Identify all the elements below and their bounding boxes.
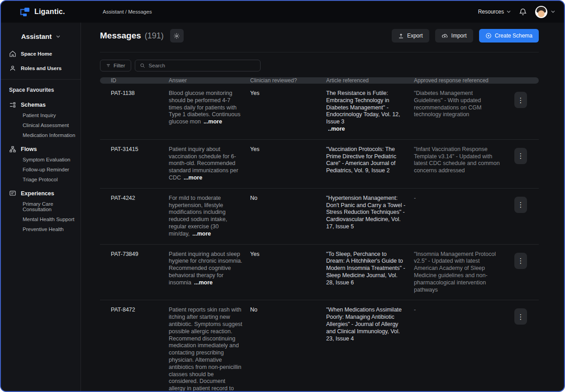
settings-button[interactable] bbox=[170, 29, 184, 43]
row-article: "Vaccination Protocols: The Prime Direct… bbox=[326, 146, 414, 182]
row-reviewed: Yes bbox=[250, 251, 326, 294]
more-link[interactable]: ..more bbox=[326, 126, 407, 133]
more-link[interactable]: ...more bbox=[184, 175, 202, 181]
app-window: Ligantic. Assistant / Messages Resources bbox=[0, 0, 565, 392]
schemas-icon bbox=[9, 101, 16, 109]
ellipsis-vertical-icon: ⋮ bbox=[518, 152, 524, 160]
home-icon bbox=[9, 50, 16, 57]
avatar[interactable] bbox=[535, 6, 547, 18]
row-article: "To Sleep, Perchance to Dream: A Hitchhi… bbox=[326, 251, 414, 294]
row-approved: - bbox=[414, 195, 510, 238]
user-menu[interactable] bbox=[535, 6, 555, 18]
create-schema-button[interactable]: Create Schema bbox=[479, 29, 539, 43]
row-article: "When Medications Assimilate Poorly: Man… bbox=[326, 307, 414, 392]
table-row: PAT-31415 Patient inquiry about vaccinat… bbox=[100, 140, 539, 189]
sidebar-item-medication-information[interactable]: Medication Information bbox=[1, 130, 81, 140]
sidebar-item-label: Space Home bbox=[21, 51, 52, 57]
row-actions-button[interactable]: ⋮ bbox=[514, 92, 527, 108]
ellipsis-vertical-icon: ⋮ bbox=[518, 313, 524, 321]
table-header: ID Answer Clinician reviewed? Article re… bbox=[100, 77, 539, 84]
sidebar-item-mental-health-support[interactable]: Mental Health Support bbox=[1, 214, 81, 224]
sidebar-item-patient-inquiry[interactable]: Patient Inquiry bbox=[1, 110, 81, 120]
column-header-id: ID bbox=[111, 77, 169, 84]
filter-button[interactable]: Filter bbox=[100, 60, 131, 71]
import-cloud-icon bbox=[442, 33, 448, 39]
table-row: PAT-8472 Patient reports skin rash with … bbox=[100, 300, 539, 392]
row-reviewed: No bbox=[250, 307, 326, 392]
breadcrumb[interactable]: Assistant / Messages bbox=[103, 9, 152, 14]
section-label: Flows bbox=[21, 146, 37, 152]
sidebar-item-space-home[interactable]: Space Home bbox=[1, 47, 81, 61]
more-link[interactable]: ...more bbox=[192, 231, 211, 237]
search-box[interactable] bbox=[135, 60, 261, 71]
row-actions-button[interactable]: ⋮ bbox=[514, 197, 527, 213]
section-label: Experiences bbox=[21, 190, 54, 197]
column-header-answer: Answer bbox=[169, 77, 250, 84]
export-icon bbox=[398, 33, 404, 39]
logo[interactable]: Ligantic. bbox=[19, 6, 65, 18]
notifications-bell-icon[interactable] bbox=[519, 8, 527, 16]
row-article: The Resistance is Futile: Embracing Tech… bbox=[326, 90, 414, 133]
row-answer: For mild to moderate hypertension, lifes… bbox=[169, 195, 250, 238]
more-link[interactable]: ...more bbox=[194, 279, 213, 286]
row-approved: - bbox=[414, 307, 510, 392]
more-link[interactable]: ...more bbox=[204, 118, 222, 125]
table-row: PAT-1138 Blood glucose monitoring should… bbox=[100, 84, 539, 140]
row-reviewed: Yes bbox=[250, 146, 326, 182]
sidebar-item-primary-care-consultation[interactable]: Primary Care Consultation bbox=[1, 199, 81, 214]
sidebar-section-schemas[interactable]: Schemas bbox=[1, 96, 81, 110]
sidebar-item-clinical-assessment[interactable]: Clinical Assessment bbox=[1, 120, 81, 130]
chevron-down-icon bbox=[507, 10, 511, 13]
space-switcher[interactable]: Assistant bbox=[1, 29, 81, 47]
row-actions-button[interactable]: ⋮ bbox=[514, 308, 527, 325]
main-content: Messages (191) bbox=[81, 23, 564, 392]
row-id: PAT-31415 bbox=[111, 146, 169, 182]
table-row: PAT-73849 Patient inquiring about sleep … bbox=[100, 245, 539, 301]
search-icon bbox=[140, 63, 145, 68]
sidebar-item-symptom-evaluation[interactable]: Symptom Evaluation bbox=[1, 155, 81, 165]
row-id: PAT-8472 bbox=[111, 307, 169, 392]
sidebar-item-follow-up-reminder[interactable]: Follow-up Reminder bbox=[1, 165, 81, 175]
export-button[interactable]: Export bbox=[392, 29, 429, 43]
logo-text: Ligantic. bbox=[34, 8, 65, 16]
chevron-down-icon bbox=[56, 35, 60, 38]
sidebar: Assistant Space Home bbox=[1, 23, 81, 392]
ellipsis-vertical-icon: ⋮ bbox=[518, 201, 524, 208]
row-answer: Patient reports skin rash with itching a… bbox=[169, 307, 250, 392]
plus-circle-icon bbox=[485, 33, 492, 39]
import-button[interactable]: Import bbox=[435, 29, 473, 43]
favourites-heading: Space Favourites bbox=[1, 80, 81, 96]
header-divider bbox=[100, 52, 539, 52]
sidebar-section-experiences[interactable]: Experiences bbox=[1, 184, 81, 199]
page-title: Messages bbox=[100, 31, 141, 41]
user-icon bbox=[9, 65, 16, 72]
row-actions-button[interactable]: ⋮ bbox=[514, 253, 527, 269]
flows-icon bbox=[9, 146, 16, 153]
sidebar-item-preventive-health[interactable]: Preventive Health bbox=[1, 224, 81, 234]
table-toolbar: Filter bbox=[100, 60, 539, 71]
search-input[interactable] bbox=[149, 63, 256, 68]
row-answer: Blood glucose monitoring should be perfo… bbox=[169, 90, 250, 133]
row-article: "Hypertension Management: Don't Panic an… bbox=[326, 195, 414, 238]
resources-menu[interactable]: Resources bbox=[478, 9, 511, 15]
section-label: Schemas bbox=[21, 102, 46, 108]
row-id: PAT-4242 bbox=[111, 195, 169, 238]
create-schema-label: Create Schema bbox=[495, 33, 532, 39]
row-id: PAT-73849 bbox=[111, 251, 169, 294]
filter-icon bbox=[106, 63, 111, 68]
message-count: (191) bbox=[145, 31, 164, 41]
sidebar-section-flows[interactable]: Flows bbox=[1, 140, 81, 155]
column-header-article: Article referenced bbox=[326, 77, 414, 84]
ellipsis-vertical-icon: ⋮ bbox=[518, 96, 524, 104]
space-name: Assistant bbox=[21, 33, 52, 40]
row-actions-button[interactable]: ⋮ bbox=[514, 148, 527, 164]
sidebar-item-label: Roles and Users bbox=[21, 66, 62, 71]
sidebar-item-triage-protocol[interactable]: Triage Protocol bbox=[1, 175, 81, 184]
sidebar-item-roles-users[interactable]: Roles and Users bbox=[1, 61, 81, 76]
ellipsis-vertical-icon: ⋮ bbox=[518, 257, 524, 264]
logo-icon bbox=[19, 6, 31, 18]
import-label: Import bbox=[451, 33, 467, 39]
row-id: PAT-1138 bbox=[111, 90, 169, 133]
topbar-actions: Resources bbox=[478, 6, 555, 18]
experiences-icon bbox=[9, 190, 16, 197]
